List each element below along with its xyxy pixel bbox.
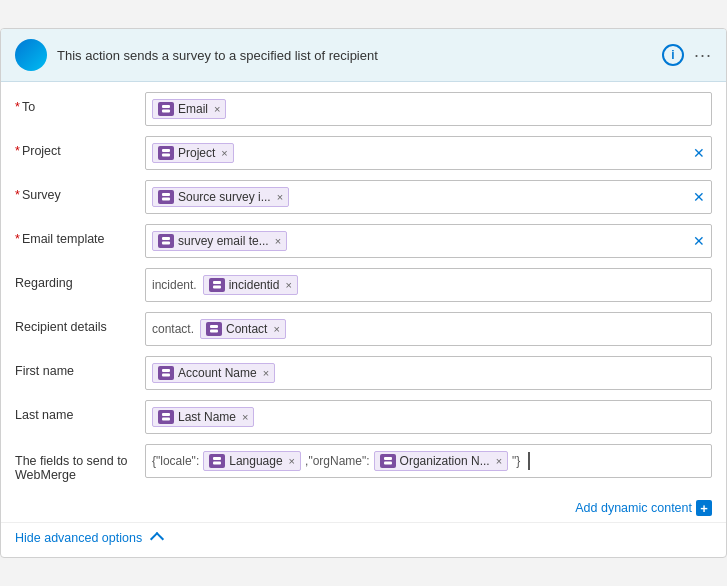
regarding-label: Regarding	[15, 268, 145, 290]
tag-close-button[interactable]: ×	[221, 147, 227, 159]
email-template-clear-button[interactable]: ✕	[693, 233, 705, 249]
svg-rect-7	[162, 242, 170, 245]
tag-label: Project	[178, 146, 215, 160]
hide-advanced-button[interactable]: Hide advanced options	[15, 531, 712, 545]
webmerge-control[interactable]: {"locale": Language × ,"orgName": Organi…	[145, 444, 712, 478]
email-template-control[interactable]: survey email te... × ✕	[145, 224, 712, 258]
db-icon	[158, 146, 174, 160]
svg-rect-8	[213, 281, 221, 284]
tag-close-button[interactable]: ×	[289, 455, 295, 467]
email-template-row: *Email template survey email te... × ✕	[15, 224, 712, 260]
card-body: *To Email × *Project	[1, 82, 726, 496]
tag-close-button[interactable]: ×	[277, 191, 283, 203]
webmerge-suffix: "}	[512, 454, 520, 468]
survey-control[interactable]: Source survey i... × ✕	[145, 180, 712, 214]
regarding-row: Regarding incident. incidentid ×	[15, 268, 712, 304]
svg-rect-19	[384, 462, 392, 465]
tag-close-button[interactable]: ×	[242, 411, 248, 423]
card-title: This action sends a survey to a specifie…	[57, 48, 652, 63]
last-name-tag: Last Name ×	[152, 407, 254, 427]
first-name-label: First name	[15, 356, 145, 378]
svg-rect-9	[213, 286, 221, 289]
to-label: *To	[15, 92, 145, 114]
tag-label: Organization N...	[400, 454, 490, 468]
last-name-control[interactable]: Last Name ×	[145, 400, 712, 434]
chevron-up-icon	[150, 532, 164, 546]
regarding-control[interactable]: incident. incidentid ×	[145, 268, 712, 302]
tag-label: Contact	[226, 322, 267, 336]
to-row: *To Email ×	[15, 92, 712, 128]
webmerge-label: The fields to send to WebMerge	[15, 444, 145, 482]
tag-close-button[interactable]: ×	[275, 235, 281, 247]
last-name-label: Last name	[15, 400, 145, 422]
cursor	[526, 452, 530, 470]
email-template-tag: survey email te... ×	[152, 231, 287, 251]
tag-close-button[interactable]: ×	[263, 367, 269, 379]
svg-rect-5	[162, 198, 170, 201]
tag-label: survey email te...	[178, 234, 269, 248]
db-icon	[158, 366, 174, 380]
db-icon	[209, 278, 225, 292]
recipient-tag: Contact ×	[200, 319, 286, 339]
svg-rect-6	[162, 237, 170, 240]
webmerge-row: The fields to send to WebMerge {"locale"…	[15, 444, 712, 482]
recipient-details-control[interactable]: contact. Contact ×	[145, 312, 712, 346]
card-header: This action sends a survey to a specifie…	[1, 29, 726, 82]
svg-rect-13	[162, 374, 170, 377]
db-icon	[380, 454, 396, 468]
project-clear-button[interactable]: ✕	[693, 145, 705, 161]
survey-label: *Survey	[15, 180, 145, 202]
card-footer: Hide advanced options	[1, 522, 726, 557]
project-tag: Project ×	[152, 143, 234, 163]
add-dynamic-content-button[interactable]: Add dynamic content +	[575, 500, 712, 516]
project-row: *Project Project × ✕	[15, 136, 712, 172]
tag-label: Last Name	[178, 410, 236, 424]
svg-rect-4	[162, 193, 170, 196]
more-options-icon[interactable]: ···	[694, 45, 712, 66]
action-card: This action sends a survey to a specifie…	[0, 28, 727, 558]
to-email-tag: Email ×	[152, 99, 226, 119]
recipient-prefix: contact.	[152, 322, 194, 336]
webmerge-middle-text: ,"orgName":	[305, 454, 370, 468]
plus-icon: +	[696, 500, 712, 516]
svg-rect-2	[162, 149, 170, 152]
svg-rect-14	[162, 413, 170, 416]
last-name-row: Last name Last Name ×	[15, 400, 712, 436]
db-icon	[158, 234, 174, 248]
tag-close-button[interactable]: ×	[214, 103, 220, 115]
db-icon	[206, 322, 222, 336]
db-icon	[158, 410, 174, 424]
survey-clear-button[interactable]: ✕	[693, 189, 705, 205]
svg-rect-1	[162, 110, 170, 113]
tag-label: Language	[229, 454, 282, 468]
tag-close-button[interactable]: ×	[273, 323, 279, 335]
svg-rect-0	[162, 105, 170, 108]
tag-label: incidentid	[229, 278, 280, 292]
svg-rect-12	[162, 369, 170, 372]
to-control[interactable]: Email ×	[145, 92, 712, 126]
regarding-prefix: incident.	[152, 278, 197, 292]
svg-rect-11	[210, 330, 218, 333]
svg-rect-10	[210, 325, 218, 328]
project-control[interactable]: Project × ✕	[145, 136, 712, 170]
project-label: *Project	[15, 136, 145, 158]
org-name-tag: Organization N... ×	[374, 451, 508, 471]
first-name-tag: Account Name ×	[152, 363, 275, 383]
tag-close-button[interactable]: ×	[285, 279, 291, 291]
db-icon	[158, 102, 174, 116]
tag-label: Account Name	[178, 366, 257, 380]
first-name-control[interactable]: Account Name ×	[145, 356, 712, 390]
recipient-details-label: Recipient details	[15, 312, 145, 334]
regarding-tag: incidentid ×	[203, 275, 298, 295]
first-name-row: First name Account Name ×	[15, 356, 712, 392]
info-icon[interactable]: i	[662, 44, 684, 66]
tag-label: Email	[178, 102, 208, 116]
tag-label: Source survey i...	[178, 190, 271, 204]
svg-rect-3	[162, 154, 170, 157]
svg-rect-18	[384, 457, 392, 460]
language-tag: Language ×	[203, 451, 301, 471]
email-template-label: *Email template	[15, 224, 145, 246]
db-icon	[209, 454, 225, 468]
bottom-actions: Add dynamic content +	[1, 496, 726, 522]
tag-close-button[interactable]: ×	[496, 455, 502, 467]
